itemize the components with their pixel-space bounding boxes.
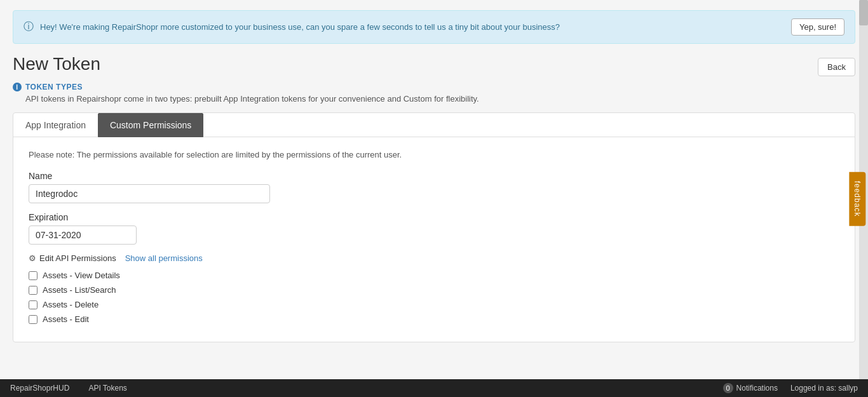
checkbox-assets-edit-label: Assets - Edit bbox=[43, 314, 89, 324]
checkbox-assets-view-details: Assets - View Details bbox=[29, 271, 839, 280]
expiration-label: Expiration bbox=[29, 212, 839, 222]
gear-icon: ⚙ bbox=[29, 253, 36, 263]
page-header: New Token Back bbox=[13, 54, 855, 76]
tabs-container: App Integration Custom Permissions bbox=[13, 113, 855, 137]
show-all-permissions-link[interactable]: Show all permissions bbox=[125, 253, 203, 263]
back-button[interactable]: Back bbox=[818, 58, 855, 76]
permissions-header: ⚙ Edit API Permissions Show all permissi… bbox=[29, 253, 839, 263]
notifications-label: Notifications bbox=[736, 384, 778, 393]
token-types-info-icon: i bbox=[13, 83, 22, 91]
checkbox-assets-delete-input[interactable] bbox=[29, 300, 37, 309]
main-card: App Integration Custom Permissions Pleas… bbox=[13, 112, 855, 342]
name-input[interactable] bbox=[29, 184, 270, 203]
card-content: Please note: The permissions available f… bbox=[13, 137, 855, 342]
checkbox-assets-edit-input[interactable] bbox=[29, 315, 37, 324]
feedback-button[interactable]: feedback bbox=[850, 172, 866, 225]
info-icon: ⓘ bbox=[24, 20, 34, 34]
token-types-description: API tokens in Repairshopr come in two ty… bbox=[25, 94, 855, 104]
name-label: Name bbox=[29, 171, 839, 181]
yep-sure-button[interactable]: Yep, sure! bbox=[791, 18, 844, 36]
name-form-group: Name bbox=[29, 171, 839, 203]
edit-permissions-label: ⚙ Edit API Permissions bbox=[29, 253, 116, 263]
token-types-title: TOKEN TYPES bbox=[25, 83, 83, 91]
checkbox-assets-list-search-label: Assets - List/Search bbox=[43, 285, 116, 295]
checkbox-assets-list-search: Assets - List/Search bbox=[29, 285, 839, 295]
edit-permissions-text: Edit API Permissions bbox=[39, 253, 116, 263]
token-types-label: i TOKEN TYPES bbox=[13, 83, 855, 91]
bottom-bar: RepairShoprHUD API Tokens 0 Notification… bbox=[0, 379, 868, 397]
bottom-bar-notifications: 0 Notifications bbox=[723, 383, 778, 393]
scrollbar-thumb[interactable] bbox=[859, 0, 868, 25]
checkbox-assets-list-search-input[interactable] bbox=[29, 286, 37, 295]
checkbox-assets-delete-label: Assets - Delete bbox=[43, 300, 98, 309]
expiration-form-group: Expiration bbox=[29, 212, 839, 245]
bottom-bar-app-name: RepairShoprHUD bbox=[10, 384, 88, 393]
notification-banner: ⓘ Hey! We're making RepairShopr more cus… bbox=[13, 10, 855, 44]
checkbox-assets-edit: Assets - Edit bbox=[29, 314, 839, 324]
permission-note: Please note: The permissions available f… bbox=[29, 150, 839, 159]
tab-custom-permissions[interactable]: Custom Permissions bbox=[98, 113, 203, 137]
token-types-section: i TOKEN TYPES API tokens in Repairshopr … bbox=[13, 83, 855, 104]
notifications-badge: 0 bbox=[723, 383, 733, 393]
checkbox-assets-delete: Assets - Delete bbox=[29, 300, 839, 309]
checkbox-assets-view-details-input[interactable] bbox=[29, 271, 37, 280]
bottom-bar-logged-in: Logged in as: sallyp bbox=[778, 384, 858, 393]
tab-app-integration[interactable]: App Integration bbox=[13, 113, 98, 137]
banner-text: Hey! We're making RepairShopr more custo… bbox=[40, 22, 785, 32]
bottom-bar-section: API Tokens bbox=[88, 384, 146, 393]
expiration-input[interactable] bbox=[29, 225, 137, 245]
checkbox-assets-view-details-label: Assets - View Details bbox=[43, 271, 120, 280]
page-title: New Token bbox=[13, 54, 100, 74]
